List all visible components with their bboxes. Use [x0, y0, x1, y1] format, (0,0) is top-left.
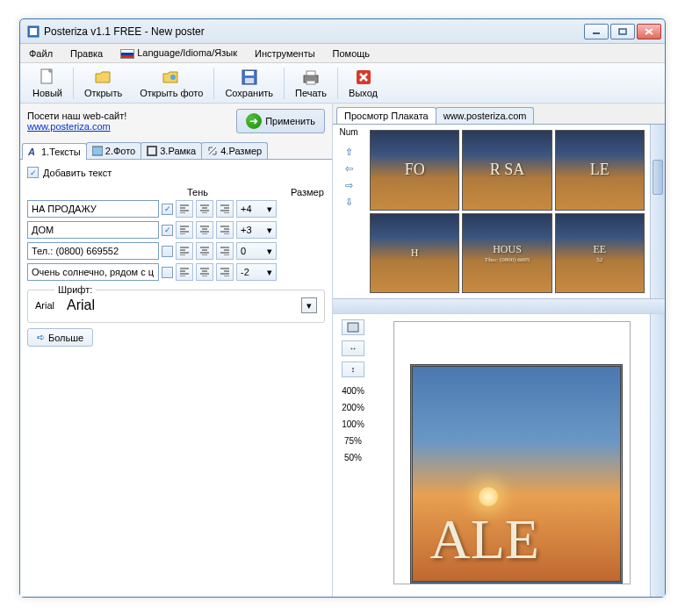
tab-photo[interactable]: 2.Фото	[86, 142, 141, 159]
zoom-level[interactable]: 200%	[342, 403, 364, 412]
toolbar-open-photo-label: Открыть фото	[140, 88, 203, 98]
window-controls	[584, 24, 661, 39]
tab-website[interactable]: www.posteriza.com	[436, 107, 535, 124]
nav-arrows: ⇧ ⇦ ⇨ ⇩	[341, 146, 357, 209]
align-left-button[interactable]	[176, 242, 193, 260]
apply-label: Применить	[265, 116, 315, 126]
menu-tools[interactable]: Инструменты	[251, 47, 319, 61]
fit-width-button[interactable]: ↔	[342, 340, 364, 356]
tab-content-texts: ✓ Добавить текст Тень Размер ✓+4▾✓+3▾0▾-…	[20, 160, 332, 597]
arrow-left-icon[interactable]: ⇦	[341, 162, 357, 175]
menu-file[interactable]: Файл	[25, 47, 56, 61]
vertical-scrollbar[interactable]	[650, 314, 665, 597]
page-view[interactable]: ALE	[373, 314, 650, 597]
align-left-button[interactable]	[176, 263, 193, 281]
scroll-thumb[interactable]	[653, 160, 663, 195]
shadow-checkbox[interactable]	[162, 246, 173, 257]
svg-rect-7	[245, 71, 254, 75]
tab-preview[interactable]: Просмотр Плаката	[336, 107, 436, 124]
tab-frame[interactable]: 3.Рамка	[141, 142, 202, 159]
shadow-checkbox[interactable]: ✓	[162, 204, 173, 215]
text-input[interactable]	[27, 242, 159, 260]
size-select[interactable]: +3▾	[236, 221, 277, 239]
tab-size[interactable]: 4.Размер	[201, 142, 268, 159]
sun-graphic	[479, 487, 498, 506]
print-icon	[302, 68, 320, 86]
size-select[interactable]: -2▾	[236, 263, 277, 281]
size-value: +4	[241, 204, 252, 214]
arrow-down-icon[interactable]: ⇩	[341, 196, 357, 209]
font-dropdown-icon[interactable]: ▾	[301, 297, 317, 313]
more-button[interactable]: ➪ Больше	[27, 328, 93, 347]
poster-tile: FO	[370, 130, 459, 211]
align-left-button[interactable]	[176, 221, 193, 239]
toolbar-open[interactable]: Открыть	[76, 67, 131, 100]
toolbar-save[interactable]: Сохранить	[216, 67, 282, 100]
separator	[284, 68, 285, 99]
toolbar-exit[interactable]: Выход	[340, 67, 386, 100]
horizontal-scrollbar[interactable]	[333, 298, 665, 313]
page-preview: ↔ ↕ 400%200%100%75%50% ALE	[333, 313, 665, 597]
align-right-button[interactable]	[216, 221, 234, 239]
add-text-checkbox[interactable]: ✓	[27, 167, 39, 178]
new-icon	[39, 68, 56, 86]
poster-tile: LE	[555, 130, 645, 211]
shadow-checkbox[interactable]: ✓	[162, 225, 173, 236]
text-input[interactable]	[27, 263, 159, 281]
font-sample[interactable]: Arial	[60, 296, 296, 315]
visit-text: Посети наш web-сайт! www.posteriza.com	[27, 111, 227, 132]
menu-edit[interactable]: Правка	[67, 47, 106, 61]
zoom-level[interactable]: 50%	[344, 453, 362, 462]
fit-height-button[interactable]: ↕	[342, 362, 364, 377]
open-photo-icon	[162, 68, 180, 86]
toolbar-print[interactable]: Печать	[286, 67, 335, 100]
menu-help[interactable]: Помощь	[329, 47, 374, 61]
tile-text: HOUS	[485, 243, 530, 256]
size-select[interactable]: +4▾	[236, 200, 277, 218]
menu-language[interactable]: Language/Idioma/Язык	[117, 46, 241, 61]
minimize-button[interactable]	[584, 24, 609, 39]
size-value: 0	[241, 246, 246, 256]
poster-tile: H	[370, 213, 459, 294]
size-select[interactable]: 0▾	[236, 242, 277, 260]
chevron-down-icon: ▾	[267, 225, 272, 236]
align-right-button[interactable]	[216, 242, 234, 260]
visit-link[interactable]: www.posteriza.com	[27, 121, 111, 132]
save-icon	[241, 68, 258, 86]
size-header: Размер	[291, 187, 324, 197]
align-left-button[interactable]	[176, 200, 193, 218]
separator	[73, 68, 74, 99]
tile-text: H	[411, 247, 419, 260]
zoom-level[interactable]: 100%	[342, 419, 364, 429]
text-input[interactable]	[27, 221, 159, 239]
tab-texts[interactable]: A 1.Тексты	[22, 143, 87, 160]
align-center-button[interactable]	[196, 263, 213, 281]
align-right-button[interactable]	[216, 200, 234, 218]
zoom-column: ↔ ↕ 400%200%100%75%50%	[333, 314, 373, 597]
chevron-down-icon: ▾	[267, 267, 272, 278]
align-center-button[interactable]	[196, 200, 213, 218]
fit-page-button[interactable]	[342, 319, 364, 335]
close-button[interactable]	[637, 24, 661, 39]
flag-icon	[120, 49, 134, 59]
arrow-right-icon[interactable]: ⇨	[341, 179, 357, 192]
align-right-button[interactable]	[216, 263, 234, 281]
toolbar-open-photo[interactable]: Открыть фото	[131, 67, 212, 100]
align-center-button[interactable]	[196, 242, 213, 260]
shadow-checkbox[interactable]	[162, 267, 173, 278]
text-row: -2▾	[27, 263, 325, 281]
exit-icon	[355, 68, 372, 86]
svg-rect-15	[148, 147, 156, 155]
apply-button[interactable]: ➜ Применить	[236, 109, 325, 133]
zoom-level[interactable]: 400%	[342, 386, 364, 396]
vertical-scrollbar[interactable]	[650, 125, 665, 298]
maximize-button[interactable]	[610, 24, 635, 39]
text-input[interactable]	[27, 200, 159, 218]
text-rows: ✓+4▾✓+3▾0▾-2▾	[27, 200, 325, 281]
arrow-up-icon[interactable]: ⇧	[341, 146, 357, 159]
align-center-button[interactable]	[196, 221, 213, 239]
zoom-level[interactable]: 75%	[344, 436, 362, 446]
toolbar-new-label: Новый	[32, 88, 62, 98]
poster-grid[interactable]: FO R SA LE H HOUSTfno: (0800) 6695 EE52	[364, 125, 650, 298]
toolbar-new[interactable]: Новый	[24, 67, 71, 100]
